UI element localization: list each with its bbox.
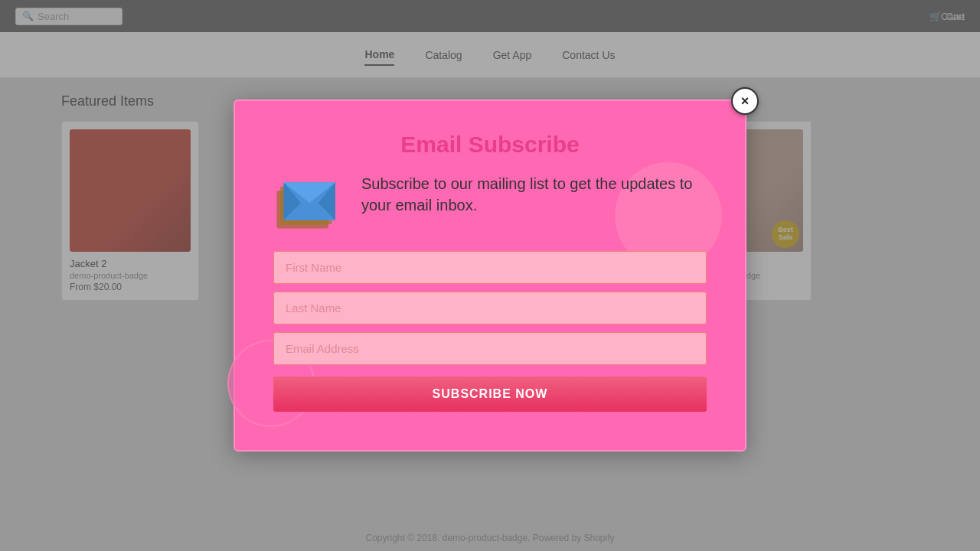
envelope-icon (273, 177, 342, 232)
email-subscribe-modal: × Email Subscribe Subscribe to our maili… (234, 99, 746, 452)
modal-content-row: Subscribe to our mailing list to get the… (273, 173, 707, 232)
last-name-input[interactable] (273, 292, 707, 324)
first-name-input[interactable] (273, 251, 707, 284)
subscribe-button[interactable]: SUBSCRIBE NOW (273, 377, 707, 412)
modal-title: Email Subscribe (273, 132, 707, 158)
email-input[interactable] (273, 332, 707, 365)
modal-form: SUBSCRIBE NOW (273, 251, 707, 412)
modal-overlay: × Email Subscribe Subscribe to our maili… (0, 0, 980, 551)
modal-close-button[interactable]: × (731, 87, 759, 115)
modal-description: Subscribe to our mailing list to get the… (361, 173, 707, 216)
